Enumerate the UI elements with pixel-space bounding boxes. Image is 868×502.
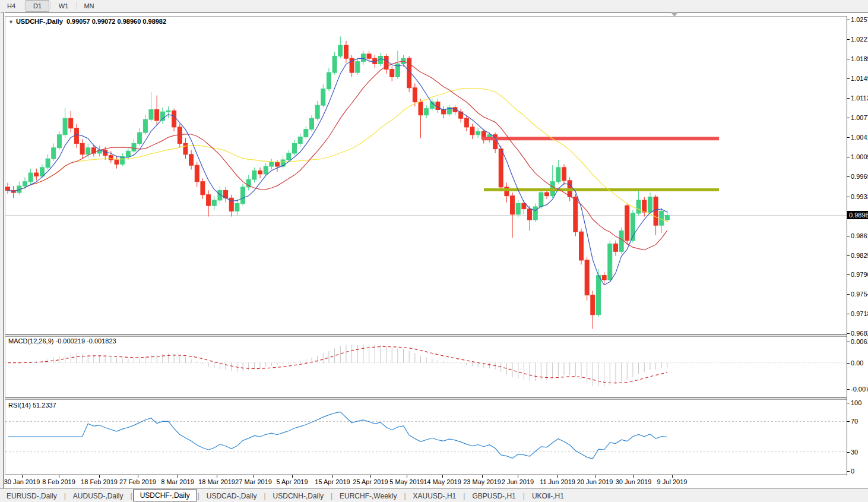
candle-body	[57, 135, 61, 148]
timeframe-button-w1[interactable]: W1	[52, 0, 75, 12]
date-tick	[138, 475, 138, 478]
date-axis[interactable]: 30 Jan 20198 Feb 201918 Feb 201927 Feb 2…	[5, 475, 847, 488]
axis-label-text: 70	[851, 418, 858, 425]
date-tick	[518, 475, 518, 478]
axis-tick	[847, 421, 850, 422]
candle-body	[34, 173, 39, 176]
candle-body	[155, 110, 159, 121]
rsi-axis-label: 100	[847, 399, 861, 406]
chart-tab-audusd-daily[interactable]: AUDUSD-,Daily	[66, 490, 130, 502]
candle-body	[258, 171, 262, 174]
date-tick	[99, 475, 100, 478]
axis-label-text: 0.97540	[851, 291, 868, 298]
axis-tick	[847, 471, 850, 472]
candle-body	[613, 244, 617, 251]
candle-body	[602, 276, 606, 280]
candle-body	[235, 203, 239, 211]
date-tick	[178, 475, 178, 478]
date-tick	[672, 475, 673, 478]
date-label: 9 Jul 2019	[645, 478, 699, 485]
price-axis-label: 0.99330	[847, 193, 868, 200]
candle-body	[287, 153, 291, 160]
chart-tab-eurusd-daily[interactable]: EURUSD-,Daily	[0, 490, 64, 502]
axis-tick	[847, 389, 850, 390]
axis-tick	[847, 403, 850, 403]
candle-body	[579, 232, 584, 260]
candle-body	[654, 197, 658, 225]
candle-body	[321, 89, 325, 106]
candle-body	[528, 209, 532, 220]
axis-label-text: 1.00770	[851, 114, 868, 121]
candle-body	[425, 109, 429, 115]
candle-body	[252, 171, 256, 179]
candle-body	[115, 160, 119, 164]
candle-body	[660, 211, 664, 225]
toolbar-separator	[50, 2, 51, 10]
axis-label-text: 1.00410	[851, 134, 868, 141]
candle-body	[126, 151, 130, 156]
date-tick	[217, 475, 217, 478]
price-axis-label: 1.01490	[847, 75, 868, 82]
candle-body	[390, 70, 394, 77]
macd-axis-label: 0.00613	[847, 338, 868, 345]
toolbar-separator	[24, 2, 24, 10]
candle-body	[562, 168, 566, 181]
candle-body	[270, 162, 274, 166]
candle-body	[315, 105, 319, 118]
chart-tab-usdcnh-daily[interactable]: USDCNH-,Daily	[267, 490, 330, 502]
candle-body	[574, 197, 578, 232]
chart-tab-usdchf-daily[interactable]: USDCHF-,Daily	[133, 490, 197, 501]
candle-body	[442, 110, 446, 114]
candle-body	[545, 192, 549, 196]
axis-label-text: 1.02210	[851, 36, 868, 43]
candle-body	[522, 203, 526, 209]
price-axis[interactable]: 1.025701.022101.018501.014901.011301.007…	[847, 16, 868, 475]
timeframe-toolbar: H4D1W1MN	[0, 0, 868, 12]
rsi-axis-label: 70	[847, 418, 858, 425]
chart-tab-eurchf-weekly[interactable]: EURCHF-,Weekly	[333, 490, 403, 502]
axis-tick	[847, 255, 850, 256]
axis-tick	[847, 78, 850, 79]
chart-tab-xauusd-h1[interactable]: XAUUSD-,H1	[407, 490, 463, 502]
candle-body	[338, 45, 343, 56]
date-tick	[370, 475, 371, 478]
candle-body	[533, 207, 537, 220]
axis-label-text: 0.00	[851, 359, 863, 367]
timeframe-button-d1[interactable]: D1	[26, 0, 49, 12]
candle-body	[304, 130, 308, 137]
candle-body	[636, 200, 641, 213]
candle-body	[596, 276, 600, 315]
candle-body	[436, 102, 440, 110]
chart-tab-ukoil-h1[interactable]: UKOil-,H1	[525, 490, 571, 502]
candle-body	[178, 127, 182, 144]
candle-body	[121, 156, 125, 164]
candle-body	[201, 182, 205, 195]
chart-tab-gbpusd-h1[interactable]: GBPUSD-,H1	[465, 490, 522, 502]
chart-symbol-label: USDCHF-,Daily	[16, 18, 63, 25]
axis-label-text: 0.99330	[851, 193, 868, 200]
axis-tick	[847, 236, 850, 236]
candle-body	[642, 200, 647, 212]
date-tick	[254, 475, 254, 478]
scroll-to-end-marker-icon[interactable]	[671, 12, 678, 17]
timeframe-button-h4[interactable]: H4	[0, 0, 23, 12]
axis-label-text: 0.99690	[851, 173, 868, 180]
timeframe-button-mn[interactable]: MN	[78, 0, 100, 12]
candle-body	[419, 102, 423, 115]
axis-label-text: 1.00050	[851, 153, 868, 160]
chart-plot-area[interactable]	[5, 16, 847, 475]
date-tick	[482, 475, 483, 478]
chart-ohlc-values: 0.99057 0.99072 0.98960 0.98982	[66, 18, 166, 25]
axis-label-text: 0.98610	[851, 232, 868, 239]
toolbar-separator	[76, 2, 77, 10]
candle-body	[23, 182, 27, 186]
candle-body	[63, 118, 67, 135]
candle-body	[172, 110, 176, 127]
chevron-down-icon[interactable]: ▼	[8, 19, 14, 25]
candle-body	[470, 127, 474, 135]
chart-tab-usdcad-daily[interactable]: USDCAD-,Daily	[200, 490, 264, 502]
macd-axis-label: 0.00	[847, 359, 863, 367]
candle-body	[298, 137, 302, 143]
candle-body	[166, 110, 170, 112]
axis-label-text: 30	[851, 449, 858, 456]
